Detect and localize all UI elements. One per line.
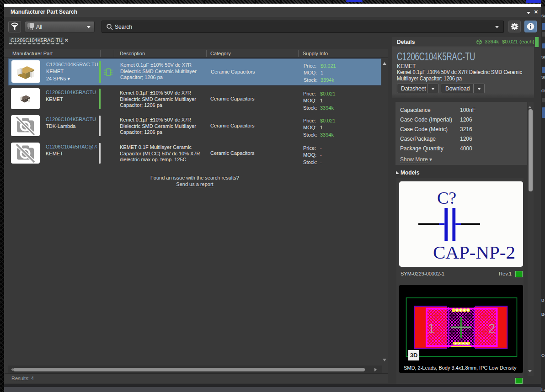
svg-text:2: 2	[488, 322, 495, 335]
svg-text:C?: C?	[437, 188, 456, 207]
svg-text:1: 1	[428, 322, 435, 335]
svg-text:CAP-NP-2: CAP-NP-2	[433, 242, 515, 263]
